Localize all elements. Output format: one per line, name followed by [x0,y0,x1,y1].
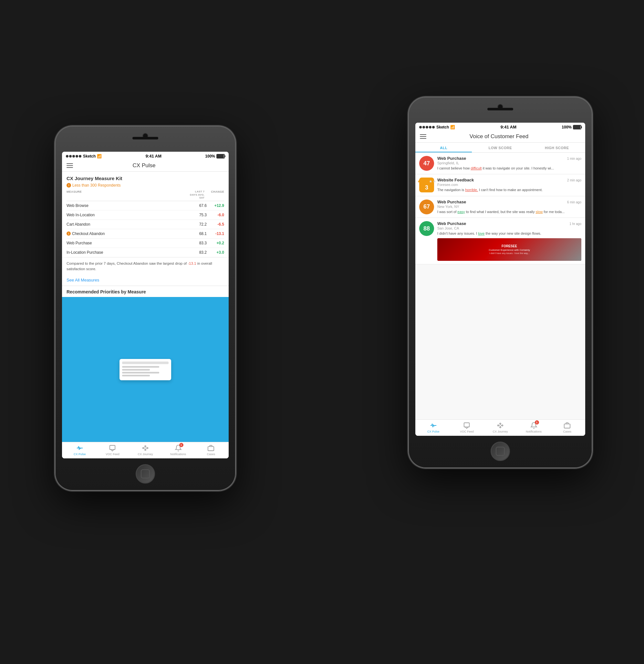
svg-point-11 [498,425,499,426]
tab-cx-journey-left[interactable]: CX Journey [137,444,154,456]
see-all-measures[interactable]: See All Measures [62,275,229,286]
scene: Sketch 📶 9:41 AM 100% CX Pul [0,0,644,664]
bell-icon-left: 1 [175,444,182,452]
cx-insight: Compared to the prior 7 days, Checkout A… [62,257,229,275]
star-4: ★ [429,179,432,184]
highlight-slow: slow [536,210,543,214]
tab-voc-feed-left[interactable]: VOC Feed [104,444,120,456]
avg-1: 67.6 [197,203,207,208]
voc-header-4: Web Purchase 1 hr ago [437,221,581,226]
tab-cases-left[interactable]: Cases [203,444,219,456]
hamburger-line-r3 [420,138,426,139]
voc-content-2: Website Feedback 2 min ago Foresee.com T… [437,178,581,192]
home-button-left[interactable] [136,464,155,483]
score-badge-4: 88 [419,221,434,236]
voc-item-3[interactable]: 67 Web Purchase 6 min ago New York, NY I… [415,196,585,218]
speaker-left [133,137,158,140]
voc-location-2: Foresee.com [437,183,581,187]
voc-item-2[interactable]: ★ ★ ★ ★ ★ 3 Website Feedback 2 min ago [415,174,585,196]
voc-measure-3: Web Purchase [437,200,466,204]
nav-title-left: CX Pulse [73,162,215,169]
cx-section-title: CX Journey Measure Kit [62,172,229,183]
chat-icon-left [108,444,116,452]
measure-header: MEASURE LAST 7 DAYS AVG. SAT CHANGE [66,190,224,201]
dot4 [76,155,78,158]
tab-cx-pulse-right[interactable]: CX Pulse [425,421,442,433]
tab-notifications-right[interactable]: 1 Notifications [526,421,542,433]
tab-label-journey-right: CX Journey [492,430,508,433]
hamburger-line-r1 [420,134,426,135]
hamburger-line-r2 [420,136,426,137]
tab-cases-right[interactable]: Cases [559,421,575,433]
score-badge-2: ★ ★ ★ ★ ★ 3 [419,178,434,192]
avg-2: 75.3 [197,213,207,217]
dot3 [72,155,75,158]
voc-measure-4: Web Purchase [437,221,466,226]
voc-location-3: New York, NY [437,205,581,209]
measure-name-3: Cart Abandon [66,222,197,227]
hamburger-menu-right[interactable] [420,134,426,139]
svg-point-13 [502,425,503,426]
change-3: -6.5 [214,222,224,227]
avg-4: 68.1 [197,231,207,236]
carrier-label: Sketch [83,154,96,159]
tab-cx-pulse-left[interactable]: CX Pulse [72,444,88,456]
avg-5: 83.3 [197,241,207,245]
priorities-title: Recommended Priorities by Measure [62,286,229,297]
voc-time-2: 2 min ago [567,179,581,182]
star-5: ★ [433,179,436,184]
measure-row-web-browse: Web Browse 67.6 +12.9 [66,201,224,210]
notification-badge-right: 1 [535,420,539,424]
voc-content-1: Web Purchase 1 min ago Springfield, IL I… [437,156,581,171]
header-measure: MEASURE [66,190,188,200]
rdot4 [429,126,431,128]
tab-label-cases-left: Cases [207,453,215,456]
tab-label-voc-right: VOC Feed [460,430,474,433]
wifi-icon: 📶 [97,154,102,159]
status-bar-right: Sketch 📶 9:41 AM 100% [415,123,585,131]
svg-point-1 [143,448,144,449]
voc-measure-1: Web Purchase [437,156,466,161]
dot1 [66,155,68,158]
change-5: +0.2 [214,241,224,245]
hamburger-line-1 [66,163,73,164]
battery-icon-left [216,154,225,159]
voc-time-3: 6 min ago [567,201,581,204]
tab-label-cx-pulse-left: CX Pulse [74,453,86,456]
measure-name-6: In-Location Purchase [66,250,197,255]
voc-item-4[interactable]: 88 Web Purchase 1 hr ago San Jose, CA I … [415,218,585,264]
status-bar-left: Sketch 📶 9:41 AM 100% [62,152,229,160]
voc-tab-high-score[interactable]: HIGH SCORE [529,143,585,152]
header-change: CHANGE [211,190,224,200]
hamburger-menu-left[interactable] [66,163,73,168]
measure-values-6: 83.2 +3.0 [197,250,224,255]
browser-line-3 [122,372,159,373]
tab-label-cases-right: Cases [563,430,571,433]
journey-icon-right [497,421,504,429]
tab-voc-feed-right[interactable]: VOC Feed [459,421,475,433]
wifi-icon-right: 📶 [450,125,455,129]
checkout-warning-icon: ! [66,231,71,236]
measure-row-cart-abandon: Cart Abandon 72.2 -6.5 [66,220,224,229]
tab-notifications-left[interactable]: 1 Notifications [170,444,186,456]
tab-cx-journey-right[interactable]: CX Journey [492,421,508,433]
battery-label-right: 100% [562,125,572,129]
hamburger-line-3 [66,167,73,168]
rdot2 [422,126,425,128]
phone-right: Sketch 📶 9:41 AM 100% Voice [408,97,592,468]
star-rating: ★ ★ ★ ★ ★ [417,179,436,184]
voc-header-3: Web Purchase 6 min ago [437,200,581,204]
browser-bar [122,361,168,364]
voc-tab-low-score[interactable]: LOW SCORE [472,143,528,152]
tab-label-notifications-right: Notifications [526,430,542,433]
svg-point-14 [500,427,501,428]
svg-rect-19 [564,424,570,428]
voc-header-1: Web Purchase 1 min ago [437,156,581,161]
journey-icon-left [141,444,149,452]
voc-tab-all[interactable]: ALL [415,143,472,152]
voc-image: FORESEE Customer Experience with Certain… [437,238,581,261]
star-2: ★ [421,179,425,184]
voc-item-1[interactable]: 47 Web Purchase 1 min ago Springfield, I… [415,153,585,174]
home-button-right[interactable] [490,441,510,461]
cx-warning: ! Less than 300 Respondents [62,183,229,190]
